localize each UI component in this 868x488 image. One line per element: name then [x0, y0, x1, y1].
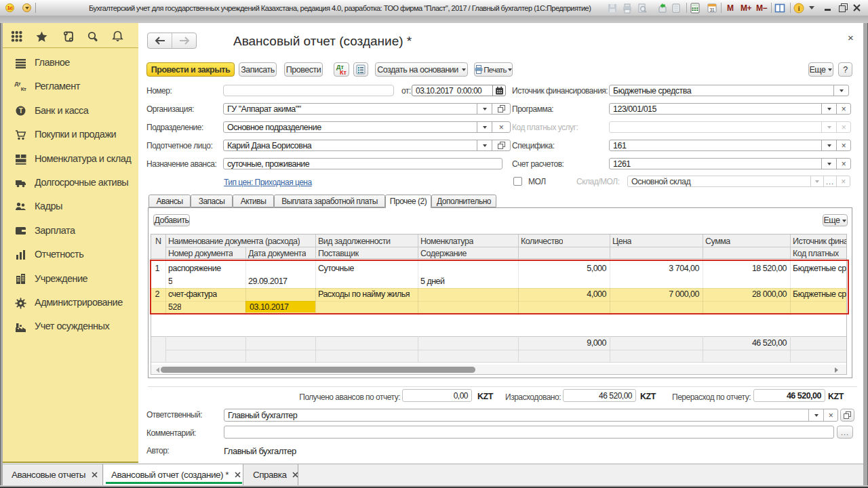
svg-text:Т: Т	[18, 107, 22, 115]
svg-text:31: 31	[710, 7, 715, 12]
